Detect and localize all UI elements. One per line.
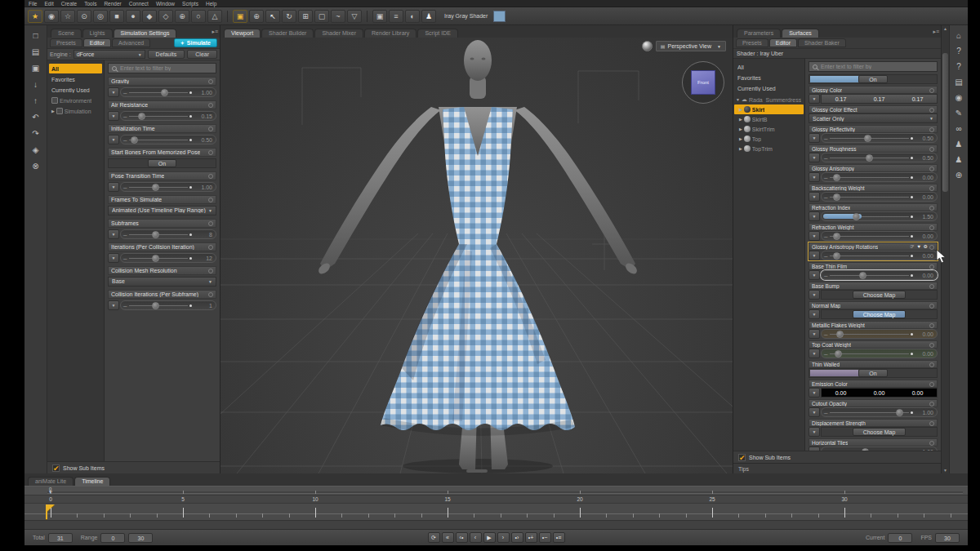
tab-shader-builder[interactable]: Shader Builder — [261, 29, 314, 38]
expand-arrow-icon[interactable]: ▶ — [739, 107, 742, 112]
param-slider[interactable]: –12 — [120, 253, 216, 263]
connect-icon[interactable]: ∞ — [956, 125, 961, 133]
show-sub-items-row[interactable]: ✔ Show Sub Items — [733, 451, 941, 463]
shader-color-swatch[interactable] — [493, 11, 506, 22]
scroll-up-icon[interactable]: ▲ — [942, 26, 949, 31]
fps-value[interactable]: 30 — [935, 533, 960, 543]
param-slider[interactable]: –1.50 — [821, 211, 938, 221]
category-environment[interactable]: Environment — [49, 96, 102, 105]
param-slider[interactable]: –1.00 — [821, 407, 938, 417]
about-icon[interactable]: ◉ — [956, 94, 963, 102]
tree-node-toptrim[interactable]: ▶TopTrim — [734, 144, 804, 153]
simulate-button[interactable]: ✦Simulate — [174, 38, 217, 47]
param-expand-button[interactable]: ▼ — [808, 231, 820, 241]
translate-tool-icon[interactable]: ⊞ — [298, 10, 313, 23]
rotate-tool-icon[interactable]: ↻ — [282, 10, 296, 23]
menu-render[interactable]: Render — [104, 1, 121, 7]
tab-parameters[interactable]: Parameters — [737, 29, 781, 38]
choose-map-button[interactable]: Choose Map — [853, 310, 906, 318]
param-slider[interactable]: –1.00 — [120, 87, 216, 97]
delete-keyframe-button[interactable]: •− — [539, 532, 551, 543]
scale-tool-icon[interactable]: ▢ — [314, 10, 329, 23]
param-slider[interactable]: –0.50 — [821, 153, 938, 162]
tab-timeline[interactable]: Timeline — [74, 477, 110, 486]
param-expand-button[interactable]: ▼ — [808, 407, 820, 417]
subtab-presets[interactable]: Presets — [50, 38, 82, 47]
param-slider[interactable]: –8 — [120, 229, 216, 239]
param-expand-button[interactable]: ▼ — [108, 300, 119, 310]
tab-lights[interactable]: Lights — [82, 29, 113, 38]
help-icon[interactable]: ? — [956, 63, 961, 71]
menu-tools[interactable]: Tools — [84, 1, 96, 7]
surfaces-scrollbar[interactable]: ▲ ▼ — [941, 25, 949, 473]
menu-help[interactable]: Help — [206, 1, 216, 7]
loop-playback-button[interactable]: ⟳ — [428, 532, 440, 543]
customize-icon[interactable]: ✎ — [956, 109, 962, 118]
tips-bar[interactable]: Tips — [733, 463, 941, 473]
home-icon[interactable]: ⌂ — [956, 32, 961, 40]
iray-preview-icon[interactable]: ◐ — [405, 10, 420, 23]
checkbox-checked-icon[interactable]: ✔ — [738, 454, 746, 461]
keyframe-options-button[interactable]: •≡ — [553, 532, 565, 543]
distant-light-create-icon[interactable]: ⊙ — [77, 10, 91, 23]
param-slider[interactable]: –0.00 — [821, 251, 938, 260]
param-expand-button[interactable]: ▼ — [108, 135, 119, 144]
tree-node-skirttrim[interactable]: ▶SkirtTrim — [734, 124, 804, 134]
timeline-ruler[interactable] — [24, 504, 968, 521]
color-value[interactable]: 0.17 — [898, 95, 937, 103]
filter-search-box[interactable]: Enter text to filter by — [808, 61, 938, 72]
expand-arrow-icon[interactable]: ▶ — [739, 117, 742, 122]
slider-handle[interactable] — [853, 213, 860, 220]
param-expand-button[interactable]: ▼ — [808, 309, 820, 319]
person-icon[interactable]: ♟ — [421, 10, 436, 23]
lessons-icon[interactable]: ▤ — [955, 78, 962, 87]
figure-icon[interactable]: ♟ — [956, 140, 963, 149]
param-slider[interactable]: –0.00 — [821, 231, 938, 241]
param-expand-button[interactable]: ▼ — [808, 172, 820, 182]
param-expand-button[interactable]: ▼ — [808, 270, 820, 280]
color-value[interactable]: 0.17 — [860, 95, 898, 103]
timeline-range-rail[interactable]: 0 ▼ — [24, 486, 968, 495]
scroll-down-icon[interactable]: ▼ — [942, 468, 949, 473]
scene-navigator-icon[interactable]: ▣ — [233, 10, 247, 23]
on-button[interactable]: On — [858, 75, 887, 83]
play-button[interactable]: ▶ — [483, 532, 496, 543]
render-icon[interactable]: ▣ — [372, 10, 387, 23]
instance-node-icon[interactable]: ⊕ — [175, 10, 189, 23]
tab-render-library[interactable]: Render Library — [364, 29, 416, 38]
dform-tool-icon[interactable]: ▽ — [347, 10, 362, 23]
category-currently-used[interactable]: Currently Used — [49, 85, 102, 95]
null-node-icon[interactable]: ○ — [191, 10, 206, 23]
category-all[interactable]: All — [735, 62, 803, 72]
step-back-button[interactable]: ‹ — [470, 532, 482, 543]
previous-keyframe-button[interactable]: ‹• — [456, 532, 468, 543]
param-expand-button[interactable]: ▼ — [108, 182, 119, 192]
view-cube-front-face[interactable]: Front — [691, 70, 715, 95]
slider-handle[interactable] — [896, 409, 903, 416]
category-currently-used[interactable]: Currently Used — [735, 83, 803, 93]
tab-script-ide[interactable]: Script IDE — [417, 29, 458, 38]
range-end-value[interactable]: 30 — [128, 533, 153, 543]
tree-node-skirtb[interactable]: ▶SkirtB — [734, 114, 804, 124]
step-forward-button[interactable]: › — [497, 532, 510, 543]
create-keyframe-button[interactable]: •+ — [525, 532, 537, 543]
param-expand-button[interactable]: ▼ — [108, 253, 119, 263]
import-icon[interactable]: ↓ — [33, 81, 38, 89]
param-expand-button[interactable]: ▼ — [808, 329, 820, 339]
camera-selector-dropdown[interactable]: ▤ Perspective View ▼ — [656, 41, 726, 51]
camera-create-icon[interactable]: ◎ — [93, 10, 108, 23]
checkbox-checked-icon[interactable]: ✔ — [52, 464, 60, 472]
color-value[interactable]: 0.00 — [822, 389, 860, 397]
param-slider[interactable]: –0.50 — [821, 133, 938, 143]
subtab-editor[interactable]: Editor — [769, 38, 797, 47]
slider-handle[interactable] — [131, 136, 138, 144]
total-frames-value[interactable]: 31 — [48, 533, 73, 543]
tab-viewport[interactable]: Viewport — [224, 29, 261, 38]
open-file-icon[interactable]: ▤ — [32, 48, 39, 56]
menu-scripts[interactable]: Scripts — [182, 1, 198, 7]
color-value[interactable]: 0.00 — [898, 389, 937, 397]
param-expand-button[interactable]: ▼ — [808, 349, 820, 358]
param-slider[interactable]: –0.50 — [120, 135, 216, 144]
expand-arrow-icon[interactable]: ▶ — [51, 109, 55, 113]
tree-node-skirt[interactable]: ▶Skirt — [734, 104, 804, 114]
